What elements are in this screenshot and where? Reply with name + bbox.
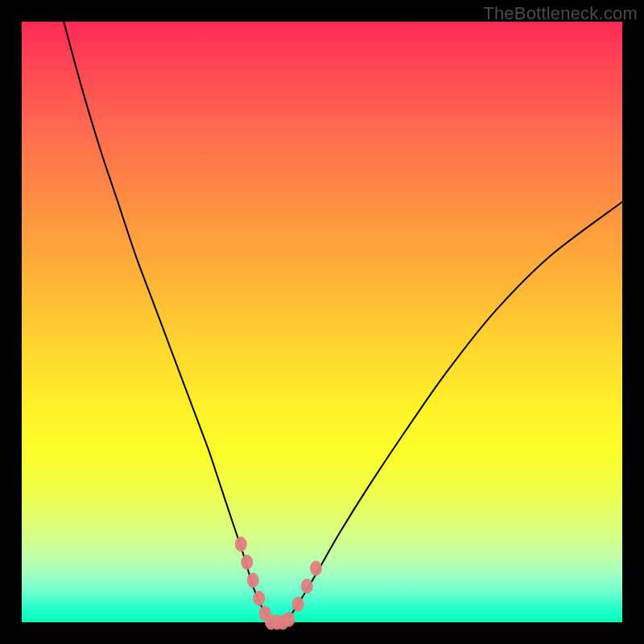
plot-area (22, 22, 622, 622)
marker-point (247, 573, 258, 588)
watermark-text: TheBottleneck.com (483, 3, 638, 24)
marker-point (301, 579, 312, 593)
curves-svg (22, 22, 622, 622)
marker-point (254, 591, 265, 605)
left-curve (64, 22, 270, 622)
marker-group (235, 537, 321, 630)
marker-point (242, 555, 253, 569)
marker-point (311, 561, 322, 576)
right-curve (286, 202, 622, 622)
marker-point (283, 612, 295, 626)
marker-point (292, 597, 303, 612)
chart-stage: TheBottleneck.com (0, 0, 644, 644)
marker-point (235, 537, 246, 551)
